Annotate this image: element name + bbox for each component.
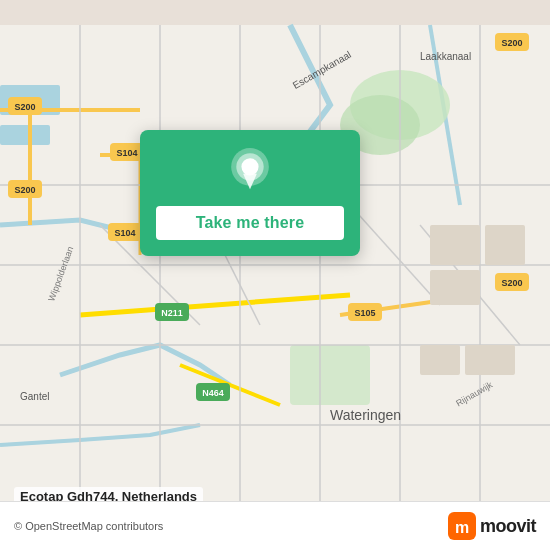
svg-rect-2 [0,125,50,145]
map-container: S200 S200 S104 S104 N211 N464 S105 S200 … [0,0,550,550]
bottom-bar: © OpenStreetMap contributors m moovit [0,501,550,550]
svg-text:N211: N211 [161,308,183,318]
svg-text:S200: S200 [14,185,35,195]
svg-text:S200: S200 [14,102,35,112]
svg-text:Gantel: Gantel [20,391,49,402]
pin-icon [226,148,274,196]
svg-text:S104: S104 [114,228,135,238]
svg-text:S200: S200 [501,278,522,288]
moovit-label: moovit [480,516,536,537]
svg-text:Laakkanaal: Laakkanaal [420,51,471,62]
svg-rect-57 [465,345,515,375]
svg-text:m: m [455,519,469,536]
take-me-there-button[interactable]: Take me there [156,206,344,240]
svg-rect-55 [430,270,480,305]
map-background: S200 S200 S104 S104 N211 N464 S105 S200 … [0,0,550,550]
svg-rect-56 [420,345,460,375]
svg-rect-5 [290,345,370,405]
location-card: Take me there [140,130,360,256]
attribution-text: © OpenStreetMap contributors [14,520,163,532]
moovit-icon: m [448,512,476,540]
svg-text:Wateringen: Wateringen [330,407,401,423]
svg-rect-53 [430,225,480,265]
svg-rect-54 [485,225,525,265]
moovit-logo: m moovit [448,512,536,540]
svg-text:S104: S104 [116,148,137,158]
svg-point-61 [241,158,258,175]
svg-text:N464: N464 [202,388,224,398]
svg-text:S105: S105 [354,308,375,318]
svg-text:S200: S200 [501,38,522,48]
